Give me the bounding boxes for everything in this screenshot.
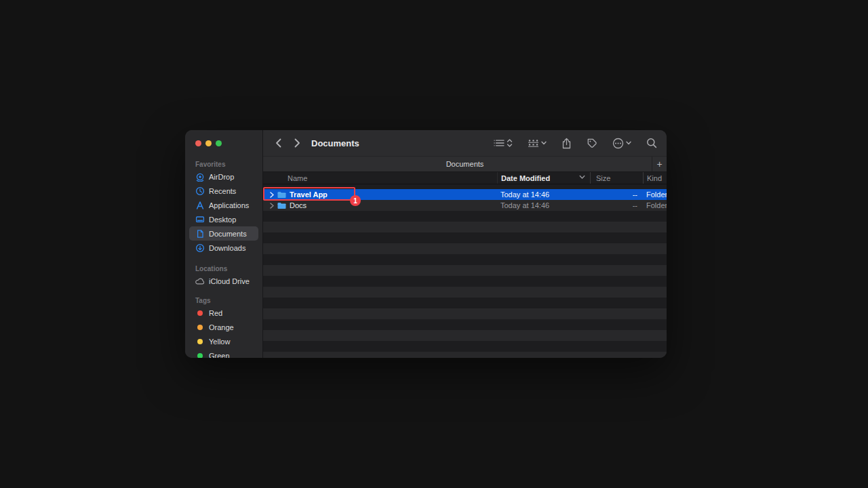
sidebar: Favorites AirDrop Recents Applications D… (185, 130, 263, 358)
disclosure-chevron-icon[interactable] (270, 203, 274, 209)
share-button[interactable] (561, 138, 572, 149)
finder-window: Favorites AirDrop Recents Applications D… (185, 130, 667, 358)
sidebar-section-tags: Tags (185, 296, 262, 306)
sidebar-tag-yellow[interactable]: Yellow (189, 334, 258, 348)
file-date-modified: Today at 14:46 (497, 189, 590, 200)
column-header-kind[interactable]: Kind (643, 172, 667, 184)
sidebar-item-documents[interactable]: Documents (189, 226, 258, 241)
annotation-step-badge: 1 (350, 195, 361, 206)
file-kind: Folder (643, 200, 667, 211)
column-header-name[interactable]: Name (263, 172, 497, 184)
column-header-label: Date Modified (501, 174, 550, 182)
new-tab-button[interactable]: + (652, 157, 667, 171)
cloud-icon (195, 277, 205, 286)
toolbar: Documents (263, 130, 667, 156)
view-options-button[interactable] (494, 138, 513, 148)
window-controls (185, 130, 262, 156)
tag-label: Orange (209, 323, 234, 331)
group-view-icon (528, 138, 539, 148)
sidebar-item-label: iCloud Drive (209, 277, 250, 285)
group-by-button[interactable] (528, 138, 547, 148)
sort-updown-icon (507, 138, 513, 148)
document-icon (195, 229, 205, 239)
main-content: Documents (263, 130, 667, 358)
sidebar-item-applications[interactable]: Applications (189, 198, 258, 212)
red-tag-icon (197, 310, 203, 316)
clock-icon (195, 186, 205, 196)
sidebar-item-label: Applications (209, 201, 249, 209)
file-size: -- (590, 189, 643, 200)
sidebar-item-label: Documents (209, 230, 247, 238)
column-headers: Name Date Modified Size Kind (263, 172, 667, 184)
applications-a-icon (195, 201, 205, 210)
file-kind: Folder (643, 189, 667, 200)
sort-chevron-down-icon (579, 175, 585, 180)
file-row-docs[interactable]: Docs Today at 14:46 -- Folder (263, 200, 667, 211)
sidebar-section-favorites: Favorites (185, 160, 262, 169)
folder-icon (277, 191, 286, 199)
more-options-icon (612, 138, 624, 149)
zoom-window-button[interactable] (216, 140, 222, 146)
yellow-tag-icon (197, 339, 203, 344)
file-row-travel-app[interactable]: Travel App Today at 14:46 -- Folder (263, 189, 667, 200)
back-button[interactable] (272, 135, 284, 151)
file-date-modified: Today at 14:46 (497, 200, 590, 211)
close-window-button[interactable] (195, 140, 201, 146)
sidebar-item-label: Desktop (209, 216, 236, 224)
tab-bar: Documents + (263, 156, 667, 172)
file-name: Docs (290, 200, 307, 211)
search-button[interactable] (646, 138, 657, 148)
sidebar-item-icloud-drive[interactable]: iCloud Drive (189, 274, 258, 288)
sidebar-item-label: Recents (209, 187, 236, 195)
airdrop-icon (195, 172, 205, 182)
minimize-window-button[interactable] (205, 140, 212, 146)
search-icon (646, 138, 657, 148)
sidebar-tag-red[interactable]: Red (189, 306, 258, 320)
tag-label: Green (209, 352, 230, 359)
window-title: Documents (311, 138, 359, 148)
column-header-date-modified[interactable]: Date Modified (497, 172, 590, 184)
sidebar-tag-orange[interactable]: Orange (189, 320, 258, 334)
sidebar-section-locations: Locations (185, 264, 262, 274)
file-list: Travel App Today at 14:46 -- Folder Docs… (263, 184, 667, 358)
chevron-down-icon (626, 141, 631, 145)
download-circle-icon (195, 243, 205, 253)
file-name: Travel App (290, 189, 328, 200)
tags-button[interactable] (587, 138, 597, 148)
tag-label: Yellow (209, 338, 230, 346)
green-tag-icon (197, 353, 203, 359)
forward-button[interactable] (291, 135, 303, 151)
list-view-icon (494, 138, 505, 148)
column-header-size[interactable]: Size (590, 172, 643, 184)
share-icon (561, 138, 572, 149)
empty-list-stripes (263, 211, 667, 358)
chevron-down-icon (541, 141, 547, 145)
desktop-icon (195, 215, 205, 224)
folder-icon (277, 202, 286, 209)
sidebar-item-downloads[interactable]: Downloads (189, 241, 258, 255)
orange-tag-icon (197, 325, 203, 330)
tab-documents[interactable]: Documents (446, 160, 484, 168)
tag-icon (587, 138, 597, 148)
more-options-button[interactable] (612, 138, 631, 149)
tag-label: Red (209, 309, 222, 317)
sidebar-tag-green[interactable]: Green (189, 348, 258, 358)
sidebar-item-desktop[interactable]: Desktop (189, 212, 258, 226)
sidebar-item-label: Downloads (209, 244, 245, 252)
sidebar-item-airdrop[interactable]: AirDrop (189, 169, 258, 184)
file-size: -- (590, 200, 643, 211)
sidebar-item-recents[interactable]: Recents (189, 184, 258, 198)
disclosure-chevron-icon[interactable] (270, 192, 274, 198)
sidebar-item-label: AirDrop (209, 173, 234, 181)
